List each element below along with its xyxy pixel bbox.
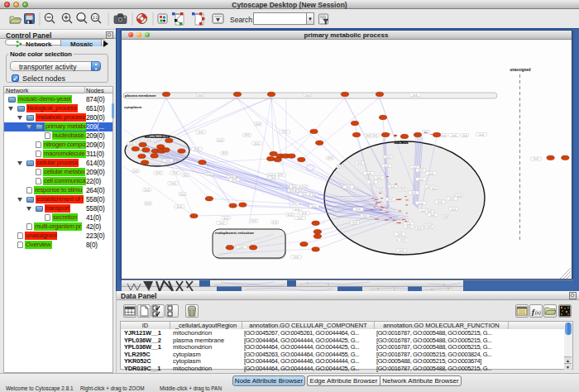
svg-text:(x-x): (x-x) <box>451 208 456 211</box>
svg-text:(x-x): (x-x) <box>183 174 188 177</box>
svg-text:(x-x): (x-x) <box>232 178 237 181</box>
svg-text:(x-x): (x-x) <box>219 222 224 225</box>
svg-text:(x-x): (x-x) <box>411 191 416 194</box>
svg-text:(x-x): (x-x) <box>294 256 299 259</box>
svg-text:(x-x): (x-x) <box>428 172 433 175</box>
svg-text:(x-x): (x-x) <box>311 194 316 197</box>
svg-text:(x-x): (x-x) <box>479 133 484 136</box>
svg-text:(x-x): (x-x) <box>462 134 467 137</box>
svg-text:(x-x): (x-x) <box>156 171 160 174</box>
svg-text:(x-x): (x-x) <box>288 213 293 217</box>
svg-text:(x-x): (x-x) <box>449 197 454 200</box>
svg-text:(x-x): (x-x) <box>441 134 446 137</box>
svg-text:(x-x): (x-x) <box>430 213 435 217</box>
svg-text:(x-x): (x-x) <box>244 133 249 136</box>
svg-text:(x-x): (x-x) <box>301 212 306 215</box>
svg-text:(x-x): (x-x) <box>372 134 377 137</box>
svg-text:(x-x): (x-x) <box>194 147 199 151</box>
svg-text:(x-x): (x-x) <box>223 217 228 220</box>
svg-text:(x-x): (x-x) <box>362 214 367 218</box>
svg-text:(x-x): (x-x) <box>400 238 405 241</box>
svg-text:(x-x): (x-x) <box>366 172 371 175</box>
svg-text:(x-x): (x-x) <box>254 142 259 146</box>
svg-text:(x-x): (x-x) <box>256 122 261 126</box>
svg-text:(x-x): (x-x) <box>427 225 432 228</box>
svg-text:(x-x): (x-x) <box>413 93 418 97</box>
svg-text:(x-x): (x-x) <box>417 227 422 230</box>
svg-text:(x-x): (x-x) <box>390 185 395 189</box>
svg-text:(x-x): (x-x) <box>423 131 428 134</box>
svg-text:plasma membrane: plasma membrane <box>125 93 156 98</box>
svg-text:(x-x): (x-x) <box>418 178 423 181</box>
svg-text:(x-x): (x-x) <box>270 176 275 179</box>
svg-text:(x-x): (x-x) <box>144 189 149 192</box>
svg-text:(x-x): (x-x) <box>443 215 448 218</box>
svg-text:1:1: 1:1 <box>93 16 98 20</box>
svg-text:(x-x): (x-x) <box>301 193 306 196</box>
svg-text:(x-x): (x-x) <box>222 151 227 155</box>
svg-text:(x-x): (x-x) <box>385 155 390 159</box>
svg-text:(x-x): (x-x) <box>384 165 389 168</box>
svg-text:(x-x): (x-x) <box>128 142 133 146</box>
svg-text:(x-x): (x-x) <box>399 249 404 252</box>
svg-text:(x-x): (x-x) <box>294 208 299 211</box>
svg-text:(x-x): (x-x) <box>357 161 362 165</box>
svg-text:(x-x): (x-x) <box>397 232 402 236</box>
svg-text:(x-x): (x-x) <box>328 156 333 160</box>
svg-text:(x-x): (x-x) <box>457 194 462 198</box>
svg-text:(x-x): (x-x) <box>370 180 375 184</box>
svg-text:(x-x): (x-x) <box>289 189 294 192</box>
svg-text:(x-x): (x-x) <box>376 176 381 179</box>
svg-text:mitochondrion: mitochondrion <box>144 135 169 139</box>
svg-text:(x-x): (x-x) <box>278 173 283 176</box>
svg-text:(x): (x) <box>535 310 541 316</box>
svg-text:(x-x): (x-x) <box>305 93 310 97</box>
svg-text:(x-x): (x-x) <box>199 131 203 134</box>
svg-text:(x-x): (x-x) <box>534 157 538 160</box>
svg-text:(x-x): (x-x) <box>170 182 175 185</box>
svg-text:(x-x): (x-x) <box>297 217 302 220</box>
svg-text:(x-x): (x-x) <box>346 185 351 189</box>
svg-text:(x-x): (x-x) <box>146 202 151 205</box>
svg-text:(x-x): (x-x) <box>406 225 411 228</box>
svg-text:(x-x): (x-x) <box>366 134 371 137</box>
svg-text:(x-x): (x-x) <box>177 205 182 208</box>
svg-text:unassigned: unassigned <box>510 68 530 72</box>
svg-text:(x-x): (x-x) <box>133 170 138 173</box>
svg-text:(x-x): (x-x) <box>251 219 256 222</box>
svg-text:(x-x): (x-x) <box>198 93 203 97</box>
svg-text:(x-x): (x-x) <box>356 208 361 211</box>
svg-text:(x-x): (x-x) <box>418 169 423 172</box>
svg-text:(x-x): (x-x) <box>311 205 316 208</box>
svg-text:(x-x): (x-x) <box>432 187 437 190</box>
svg-text:(x-x): (x-x) <box>292 185 297 189</box>
svg-text:(x-x): (x-x) <box>438 200 443 203</box>
svg-text:(x-x): (x-x) <box>165 159 170 162</box>
svg-text:(x-x): (x-x) <box>239 246 244 249</box>
svg-text:(x-x): (x-x) <box>173 171 178 174</box>
svg-text:(x-x): (x-x) <box>352 221 357 224</box>
svg-text:(x-x): (x-x) <box>418 202 423 205</box>
svg-text:(x-x): (x-x) <box>282 130 287 133</box>
svg-text:(x-x): (x-x) <box>218 139 223 142</box>
svg-text:nucleus: nucleus <box>394 141 409 145</box>
svg-text:(x-x): (x-x) <box>337 165 342 168</box>
svg-text:(x-x): (x-x) <box>388 198 393 201</box>
svg-text:(x-x): (x-x) <box>272 221 277 224</box>
svg-text:(x-x): (x-x) <box>301 185 306 189</box>
svg-text:(x-x): (x-x) <box>179 193 184 196</box>
svg-text:(x-x): (x-x) <box>207 173 212 176</box>
svg-text:(x-x): (x-x) <box>452 134 457 137</box>
svg-text:(x-x): (x-x) <box>292 202 297 205</box>
svg-text:(x-x): (x-x) <box>378 188 383 191</box>
svg-text:endoplasmic reticulum: endoplasmic reticulum <box>215 231 254 235</box>
svg-text:cytoplasm: cytoplasm <box>124 105 141 109</box>
svg-text:(x-x): (x-x) <box>400 188 405 191</box>
